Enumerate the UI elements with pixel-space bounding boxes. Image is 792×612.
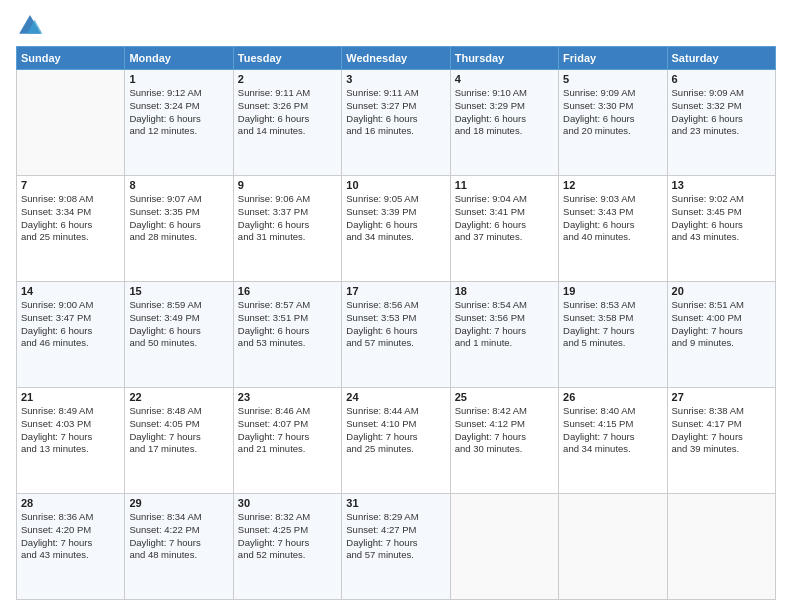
day-info: Sunrise: 8:34 AM Sunset: 4:22 PM Dayligh…	[129, 511, 228, 562]
calendar-cell: 2Sunrise: 9:11 AM Sunset: 3:26 PM Daylig…	[233, 70, 341, 176]
day-info: Sunrise: 8:44 AM Sunset: 4:10 PM Dayligh…	[346, 405, 445, 456]
day-info: Sunrise: 9:11 AM Sunset: 3:27 PM Dayligh…	[346, 87, 445, 138]
day-number: 12	[563, 179, 662, 191]
day-info: Sunrise: 8:32 AM Sunset: 4:25 PM Dayligh…	[238, 511, 337, 562]
day-number: 15	[129, 285, 228, 297]
day-info: Sunrise: 8:57 AM Sunset: 3:51 PM Dayligh…	[238, 299, 337, 350]
day-info: Sunrise: 9:10 AM Sunset: 3:29 PM Dayligh…	[455, 87, 554, 138]
page: SundayMondayTuesdayWednesdayThursdayFrid…	[0, 0, 792, 612]
day-info: Sunrise: 9:06 AM Sunset: 3:37 PM Dayligh…	[238, 193, 337, 244]
calendar-cell: 4Sunrise: 9:10 AM Sunset: 3:29 PM Daylig…	[450, 70, 558, 176]
day-info: Sunrise: 8:48 AM Sunset: 4:05 PM Dayligh…	[129, 405, 228, 456]
day-number: 23	[238, 391, 337, 403]
day-number: 19	[563, 285, 662, 297]
day-info: Sunrise: 8:36 AM Sunset: 4:20 PM Dayligh…	[21, 511, 120, 562]
day-info: Sunrise: 8:49 AM Sunset: 4:03 PM Dayligh…	[21, 405, 120, 456]
calendar: SundayMondayTuesdayWednesdayThursdayFrid…	[16, 46, 776, 600]
day-number: 31	[346, 497, 445, 509]
calendar-cell: 1Sunrise: 9:12 AM Sunset: 3:24 PM Daylig…	[125, 70, 233, 176]
calendar-header: SundayMondayTuesdayWednesdayThursdayFrid…	[17, 47, 776, 70]
weekday-header-thursday: Thursday	[450, 47, 558, 70]
calendar-cell	[17, 70, 125, 176]
day-number: 29	[129, 497, 228, 509]
week-row-2: 7Sunrise: 9:08 AM Sunset: 3:34 PM Daylig…	[17, 176, 776, 282]
day-number: 28	[21, 497, 120, 509]
day-info: Sunrise: 8:59 AM Sunset: 3:49 PM Dayligh…	[129, 299, 228, 350]
calendar-cell: 25Sunrise: 8:42 AM Sunset: 4:12 PM Dayli…	[450, 388, 558, 494]
day-info: Sunrise: 9:12 AM Sunset: 3:24 PM Dayligh…	[129, 87, 228, 138]
calendar-cell: 18Sunrise: 8:54 AM Sunset: 3:56 PM Dayli…	[450, 282, 558, 388]
week-row-3: 14Sunrise: 9:00 AM Sunset: 3:47 PM Dayli…	[17, 282, 776, 388]
calendar-cell: 31Sunrise: 8:29 AM Sunset: 4:27 PM Dayli…	[342, 494, 450, 600]
calendar-cell: 21Sunrise: 8:49 AM Sunset: 4:03 PM Dayli…	[17, 388, 125, 494]
calendar-cell	[559, 494, 667, 600]
day-number: 27	[672, 391, 771, 403]
calendar-cell: 24Sunrise: 8:44 AM Sunset: 4:10 PM Dayli…	[342, 388, 450, 494]
day-info: Sunrise: 8:53 AM Sunset: 3:58 PM Dayligh…	[563, 299, 662, 350]
calendar-cell: 11Sunrise: 9:04 AM Sunset: 3:41 PM Dayli…	[450, 176, 558, 282]
logo-icon	[16, 12, 44, 40]
day-number: 24	[346, 391, 445, 403]
day-number: 22	[129, 391, 228, 403]
calendar-cell: 14Sunrise: 9:00 AM Sunset: 3:47 PM Dayli…	[17, 282, 125, 388]
week-row-5: 28Sunrise: 8:36 AM Sunset: 4:20 PM Dayli…	[17, 494, 776, 600]
weekday-row: SundayMondayTuesdayWednesdayThursdayFrid…	[17, 47, 776, 70]
day-number: 14	[21, 285, 120, 297]
day-info: Sunrise: 9:09 AM Sunset: 3:32 PM Dayligh…	[672, 87, 771, 138]
logo	[16, 12, 48, 40]
day-number: 5	[563, 73, 662, 85]
calendar-cell: 16Sunrise: 8:57 AM Sunset: 3:51 PM Dayli…	[233, 282, 341, 388]
calendar-cell: 6Sunrise: 9:09 AM Sunset: 3:32 PM Daylig…	[667, 70, 775, 176]
calendar-cell: 19Sunrise: 8:53 AM Sunset: 3:58 PM Dayli…	[559, 282, 667, 388]
week-row-1: 1Sunrise: 9:12 AM Sunset: 3:24 PM Daylig…	[17, 70, 776, 176]
day-number: 1	[129, 73, 228, 85]
weekday-header-friday: Friday	[559, 47, 667, 70]
day-info: Sunrise: 8:56 AM Sunset: 3:53 PM Dayligh…	[346, 299, 445, 350]
weekday-header-monday: Monday	[125, 47, 233, 70]
calendar-cell: 9Sunrise: 9:06 AM Sunset: 3:37 PM Daylig…	[233, 176, 341, 282]
weekday-header-tuesday: Tuesday	[233, 47, 341, 70]
day-number: 25	[455, 391, 554, 403]
day-number: 20	[672, 285, 771, 297]
calendar-cell	[667, 494, 775, 600]
weekday-header-saturday: Saturday	[667, 47, 775, 70]
calendar-cell: 23Sunrise: 8:46 AM Sunset: 4:07 PM Dayli…	[233, 388, 341, 494]
calendar-cell: 8Sunrise: 9:07 AM Sunset: 3:35 PM Daylig…	[125, 176, 233, 282]
calendar-cell: 29Sunrise: 8:34 AM Sunset: 4:22 PM Dayli…	[125, 494, 233, 600]
day-number: 17	[346, 285, 445, 297]
day-info: Sunrise: 9:04 AM Sunset: 3:41 PM Dayligh…	[455, 193, 554, 244]
day-info: Sunrise: 8:42 AM Sunset: 4:12 PM Dayligh…	[455, 405, 554, 456]
day-info: Sunrise: 9:09 AM Sunset: 3:30 PM Dayligh…	[563, 87, 662, 138]
day-info: Sunrise: 9:05 AM Sunset: 3:39 PM Dayligh…	[346, 193, 445, 244]
day-info: Sunrise: 8:29 AM Sunset: 4:27 PM Dayligh…	[346, 511, 445, 562]
calendar-cell: 26Sunrise: 8:40 AM Sunset: 4:15 PM Dayli…	[559, 388, 667, 494]
calendar-cell: 13Sunrise: 9:02 AM Sunset: 3:45 PM Dayli…	[667, 176, 775, 282]
day-number: 4	[455, 73, 554, 85]
day-number: 10	[346, 179, 445, 191]
day-info: Sunrise: 8:51 AM Sunset: 4:00 PM Dayligh…	[672, 299, 771, 350]
calendar-body: 1Sunrise: 9:12 AM Sunset: 3:24 PM Daylig…	[17, 70, 776, 600]
weekday-header-sunday: Sunday	[17, 47, 125, 70]
calendar-cell: 22Sunrise: 8:48 AM Sunset: 4:05 PM Dayli…	[125, 388, 233, 494]
calendar-cell: 30Sunrise: 8:32 AM Sunset: 4:25 PM Dayli…	[233, 494, 341, 600]
day-number: 13	[672, 179, 771, 191]
calendar-cell: 20Sunrise: 8:51 AM Sunset: 4:00 PM Dayli…	[667, 282, 775, 388]
day-number: 3	[346, 73, 445, 85]
day-number: 26	[563, 391, 662, 403]
day-number: 2	[238, 73, 337, 85]
calendar-cell: 12Sunrise: 9:03 AM Sunset: 3:43 PM Dayli…	[559, 176, 667, 282]
day-info: Sunrise: 8:40 AM Sunset: 4:15 PM Dayligh…	[563, 405, 662, 456]
calendar-cell: 10Sunrise: 9:05 AM Sunset: 3:39 PM Dayli…	[342, 176, 450, 282]
calendar-cell: 17Sunrise: 8:56 AM Sunset: 3:53 PM Dayli…	[342, 282, 450, 388]
week-row-4: 21Sunrise: 8:49 AM Sunset: 4:03 PM Dayli…	[17, 388, 776, 494]
day-info: Sunrise: 9:03 AM Sunset: 3:43 PM Dayligh…	[563, 193, 662, 244]
day-info: Sunrise: 9:11 AM Sunset: 3:26 PM Dayligh…	[238, 87, 337, 138]
calendar-cell: 27Sunrise: 8:38 AM Sunset: 4:17 PM Dayli…	[667, 388, 775, 494]
day-number: 6	[672, 73, 771, 85]
day-number: 11	[455, 179, 554, 191]
calendar-cell	[450, 494, 558, 600]
day-info: Sunrise: 8:46 AM Sunset: 4:07 PM Dayligh…	[238, 405, 337, 456]
day-info: Sunrise: 9:00 AM Sunset: 3:47 PM Dayligh…	[21, 299, 120, 350]
day-number: 18	[455, 285, 554, 297]
calendar-cell: 28Sunrise: 8:36 AM Sunset: 4:20 PM Dayli…	[17, 494, 125, 600]
